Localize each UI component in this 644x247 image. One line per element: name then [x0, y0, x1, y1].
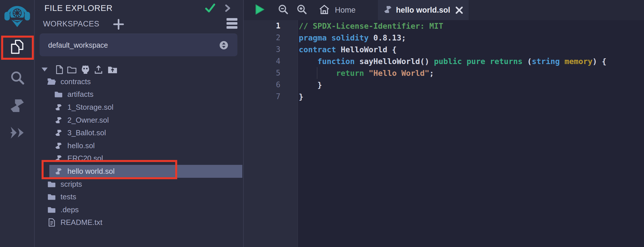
tree-item-label: 3_Ballot.sol — [67, 128, 106, 137]
workspace-selector[interactable]: default_workspace — [40, 34, 237, 56]
folder-icon — [47, 181, 56, 188]
code-line-7: } — [299, 91, 606, 103]
tree-item-label: hello world.sol — [67, 167, 115, 176]
tree-item-label: hello.sol — [67, 141, 95, 150]
tree-item-contracts[interactable]: contracts — [35, 75, 243, 88]
sidebar-item-solidity-compiler[interactable] — [0, 97, 34, 115]
tree-item-erc20-sol[interactable]: ERC20.sol — [35, 152, 243, 165]
line-number: 4 — [244, 55, 298, 67]
tree-item-1-storage-sol[interactable]: 1_Storage.sol — [35, 101, 243, 114]
tree-item-label: 2_Owner.sol — [67, 116, 109, 125]
line-number: 2 — [244, 32, 298, 44]
file-tree-toolbar — [35, 64, 243, 75]
tree-item-label: artifacts — [67, 90, 93, 99]
line-number: 5 — [244, 67, 298, 79]
tab-label: hello world.sol — [396, 6, 450, 15]
new-folder-icon[interactable] — [67, 64, 77, 75]
remix-ide-window: FILE EXPLORER WORKSPACES default_workspa… — [0, 0, 644, 247]
chevron-right-icon[interactable] — [224, 3, 231, 15]
solidity-icon — [11, 99, 24, 113]
code-line-6: } — [299, 79, 606, 91]
zoom-out-button[interactable] — [278, 0, 289, 20]
workspace-name: default_workspace — [48, 41, 108, 49]
line-number: 6 — [244, 79, 298, 91]
files-icon — [9, 39, 25, 57]
tree-item-label: README.txt — [61, 218, 102, 227]
tree-item-label: contracts — [61, 77, 91, 86]
sidebar-item-file-explorer[interactable] — [0, 36, 34, 60]
check-icon — [204, 3, 216, 15]
plus-icon[interactable] — [113, 19, 124, 31]
code-line-2: pragma solidity 0.8.13; — [299, 32, 606, 44]
tree-item-hello-sol[interactable]: hello.sol — [35, 139, 243, 152]
tree-item-readme-txt[interactable]: README.txt — [35, 216, 243, 229]
tree-item-label: .deps — [61, 205, 79, 214]
tree-item-label: scripts — [61, 180, 82, 189]
upload-file-icon[interactable] — [95, 64, 102, 75]
solidity-icon — [54, 155, 63, 162]
caret-down-icon[interactable] — [42, 64, 48, 75]
run-script-button[interactable] — [255, 0, 265, 20]
github-icon[interactable] — [81, 64, 90, 75]
tree-item--deps[interactable]: .deps — [35, 203, 243, 216]
code-line-4: function sayHelloWorld() public pure ret… — [299, 55, 606, 67]
editor-area: Home hello world.sol 1 — [243, 0, 644, 247]
solidity-icon — [384, 6, 391, 14]
code-lines: // SPDX-License-Identifier: MITpragma so… — [299, 20, 606, 103]
solidity-icon — [54, 129, 63, 137]
tree-item-label: 1_Storage.sol — [67, 103, 113, 112]
zoom-in-button[interactable] — [297, 0, 307, 20]
activity-bar — [0, 0, 35, 247]
code-line-1: // SPDX-License-Identifier: MIT — [299, 20, 606, 32]
workspaces-label: WORKSPACES — [43, 20, 99, 28]
tree-item-scripts[interactable]: scripts — [35, 178, 243, 191]
tree-item-3-ballot-sol[interactable]: 3_Ballot.sol — [35, 126, 243, 139]
zoom-out-icon — [278, 4, 289, 16]
code-line-5: return "Hello World"; — [299, 67, 606, 79]
sort-circle-icon — [219, 41, 228, 51]
close-icon[interactable] — [455, 6, 463, 14]
line-number: 1 — [244, 20, 298, 32]
solidity-icon — [54, 142, 63, 150]
tree-item-tests[interactable]: tests — [35, 190, 243, 203]
solidity-icon — [54, 167, 63, 175]
home-icon — [319, 4, 330, 16]
line-number: 7 — [244, 91, 298, 103]
folder-icon — [47, 206, 56, 213]
hamburger-icon[interactable] — [227, 18, 237, 30]
upload-folder-icon[interactable] — [108, 64, 117, 75]
editor-tabbar: Home hello world.sol — [244, 0, 644, 20]
tab-label: Home — [335, 6, 356, 15]
deploy-icon — [9, 126, 25, 141]
file-explorer-panel: FILE EXPLORER WORKSPACES default_workspa… — [35, 0, 243, 247]
play-icon — [255, 4, 265, 16]
file-icon — [47, 218, 56, 227]
search-icon — [10, 70, 25, 86]
tree-item-hello-world-sol[interactable]: hello world.sol — [49, 165, 242, 178]
sidebar-item-search[interactable] — [0, 69, 34, 87]
sidebar-item-deploy-and-run[interactable] — [0, 124, 34, 142]
folder-icon — [47, 193, 56, 200]
line-number: 3 — [244, 44, 298, 55]
indent-guide — [317, 67, 317, 79]
tree-item-label: ERC20.sol — [67, 154, 103, 163]
panel-title: FILE EXPLORER — [44, 3, 113, 13]
solidity-icon — [54, 116, 63, 124]
folder-open-icon — [47, 78, 56, 85]
file-tree: contractsartifacts1_Storage.sol2_Owner.s… — [35, 75, 243, 229]
tree-item-label: tests — [61, 192, 76, 201]
folder-icon — [54, 91, 63, 98]
tree-item-2-owner-sol[interactable]: 2_Owner.sol — [35, 114, 243, 127]
zoom-in-icon — [297, 4, 307, 16]
tab-hello-world-sol[interactable]: hello world.sol — [378, 0, 469, 20]
solidity-icon — [54, 103, 63, 111]
tree-item-artifacts[interactable]: artifacts — [35, 88, 243, 101]
new-file-icon[interactable] — [56, 64, 63, 75]
code-line-3: contract HelloWorld { — [299, 44, 606, 55]
code-editor[interactable]: 1234567 // SPDX-License-Identifier: MITp… — [244, 20, 644, 247]
remix-logo-icon — [4, 2, 30, 29]
line-number-gutter: 1234567 — [244, 20, 298, 247]
tab-home[interactable]: Home — [319, 0, 356, 20]
